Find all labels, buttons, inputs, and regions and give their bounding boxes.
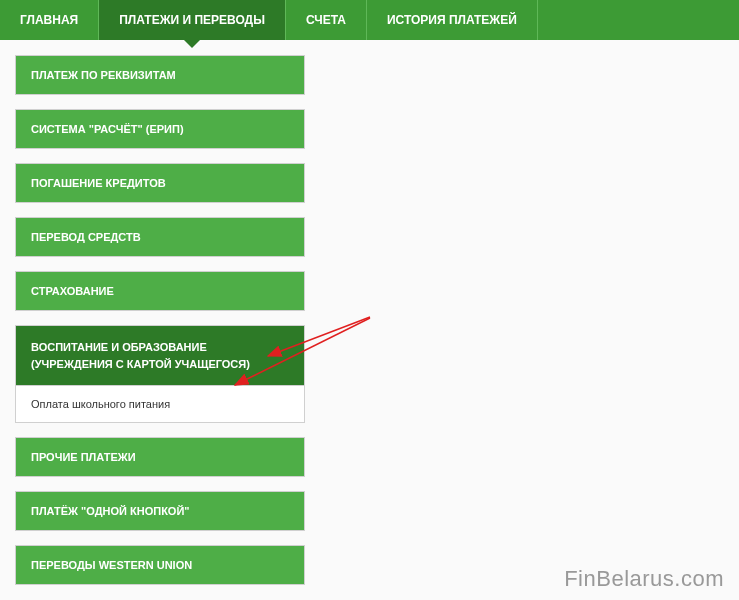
menu-payment-requisites[interactable]: ПЛАТЕЖ ПО РЕКВИЗИТАМ: [15, 55, 305, 95]
top-navigation: ГЛАВНАЯ ПЛАТЕЖИ И ПЕРЕВОДЫ СЧЕТА ИСТОРИЯ…: [0, 0, 739, 40]
menu-western-union[interactable]: ПЕРЕВОДЫ WESTERN UNION: [15, 545, 305, 585]
menu-one-button[interactable]: ПЛАТЁЖ "ОДНОЙ КНОПКОЙ": [15, 491, 305, 531]
menu-transfer[interactable]: ПЕРЕВОД СРЕДСТВ: [15, 217, 305, 257]
nav-history[interactable]: ИСТОРИЯ ПЛАТЕЖЕЙ: [367, 0, 538, 40]
menu-credit-repayment[interactable]: ПОГАШЕНИЕ КРЕДИТОВ: [15, 163, 305, 203]
submenu-education: Оплата школьного питания: [15, 386, 305, 423]
nav-accounts[interactable]: СЧЕТА: [286, 0, 367, 40]
menu-education[interactable]: ВОСПИТАНИЕ И ОБРАЗОВАНИЕ (УЧРЕЖДЕНИЯ С К…: [15, 325, 305, 386]
content-area: ПЛАТЕЖ ПО РЕКВИЗИТАМ СИСТЕМА "РАСЧЁТ" (Е…: [0, 40, 739, 585]
nav-main[interactable]: ГЛАВНАЯ: [0, 0, 99, 40]
menu-erip[interactable]: СИСТЕМА "РАСЧЁТ" (ЕРИП): [15, 109, 305, 149]
menu-other-payments[interactable]: ПРОЧИЕ ПЛАТЕЖИ: [15, 437, 305, 477]
nav-payments[interactable]: ПЛАТЕЖИ И ПЕРЕВОДЫ: [99, 0, 286, 40]
submenu-school-meals[interactable]: Оплата школьного питания: [16, 386, 304, 422]
watermark: FinBelarus.com: [564, 566, 724, 592]
menu-insurance[interactable]: СТРАХОВАНИЕ: [15, 271, 305, 311]
